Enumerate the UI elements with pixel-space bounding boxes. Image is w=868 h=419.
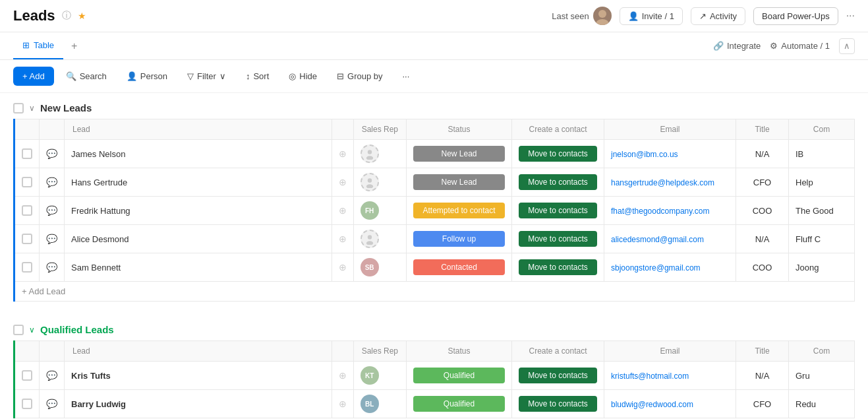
title-value: CFO — [753, 177, 771, 187]
new-leads-table-wrapper: Lead Sales Rep Status Create a contact E… — [0, 119, 868, 302]
email-link[interactable]: kristufts@hotmail.com — [611, 371, 689, 381]
star-icon[interactable]: ★ — [78, 11, 86, 21]
status-badge[interactable]: Qualified — [413, 368, 505, 383]
th-ql-create-contact: Create a contact — [512, 341, 604, 362]
th-icon — [40, 119, 65, 140]
th-ql-company: Com — [789, 341, 855, 362]
header-left: Leads ⓘ ★ — [13, 7, 86, 24]
company-value: The Good — [796, 206, 834, 216]
status-badge[interactable]: New Lead — [413, 146, 505, 162]
new-leads-title: New Leads — [40, 102, 92, 113]
table-row: 💬 Kris Tufts ⊕ KT Qualified Move to cont… — [14, 362, 855, 390]
th-ql-email: Email — [604, 341, 736, 362]
status-badge[interactable]: Contacted — [413, 259, 505, 275]
move-to-contacts-button[interactable]: Move to contacts — [519, 146, 597, 162]
new-leads-chevron-icon[interactable]: ∨ — [29, 104, 35, 113]
qualified-leads-group-checkbox[interactable] — [13, 325, 24, 335]
move-to-contacts-button[interactable]: Move to contacts — [519, 259, 597, 275]
info-icon[interactable]: ⓘ — [62, 10, 71, 22]
automate-icon: ⚙ — [770, 41, 778, 51]
row-checkbox[interactable] — [22, 205, 32, 216]
row-add-icon[interactable]: ⊕ — [339, 148, 347, 159]
lead-name: Hans Gertrude — [71, 177, 127, 187]
filter-button[interactable]: ▽ Filter ∨ — [179, 67, 234, 85]
automate-button[interactable]: ⚙ Automate / 1 — [770, 41, 830, 51]
email-link[interactable]: hansgertrude@helpdesk.com — [611, 178, 714, 187]
row-add-icon[interactable]: ⊕ — [339, 205, 347, 216]
activity-button[interactable]: ↗ Activity — [691, 7, 745, 25]
svg-point-2 — [367, 150, 371, 154]
svg-point-0 — [598, 10, 606, 18]
status-badge[interactable]: Follow up — [413, 231, 505, 247]
page-title: Leads — [13, 7, 55, 24]
add-button[interactable]: + Add — [13, 67, 54, 86]
hide-button[interactable]: ◎ Hide — [281, 67, 325, 85]
more-options-button[interactable]: ··· — [395, 67, 418, 85]
search-button[interactable]: 🔍 Search — [58, 67, 115, 85]
board-power-button[interactable]: Board Power-Ups — [753, 7, 838, 25]
add-tab-button[interactable]: + — [66, 35, 82, 57]
row-comment-icon[interactable]: 💬 — [46, 205, 57, 216]
add-lead-button[interactable]: + Add Lead — [22, 286, 65, 296]
tab-bar-left: ⊞ Table + — [13, 32, 82, 59]
th-ql-lead: Lead — [65, 341, 332, 362]
move-to-contacts-button[interactable]: Move to contacts — [519, 396, 597, 412]
th-ql-icon2 — [332, 341, 353, 362]
th-ql-checkbox — [14, 341, 40, 362]
row-comment-icon[interactable]: 💬 — [46, 370, 57, 381]
tab-bar: ⊞ Table + 🔗 Integrate ⚙ Automate / 1 ∧ — [0, 32, 868, 60]
row-add-icon[interactable]: ⊕ — [339, 234, 347, 244]
header-more-icon[interactable]: ··· — [846, 10, 855, 22]
filter-chevron-icon: ∨ — [219, 71, 226, 81]
table-row: 💬 Alice Desmond ⊕ Follow up Move to cont… — [14, 225, 855, 253]
sort-button[interactable]: ↕ Sort — [238, 67, 277, 85]
integrate-button[interactable]: 🔗 Integrate — [713, 41, 761, 51]
last-seen: Last seen — [552, 7, 611, 25]
new-leads-group-checkbox[interactable] — [13, 103, 24, 113]
qualified-leads-group: ∨ Qualified Leads Lead Sales Rep Status … — [0, 315, 868, 418]
row-comment-icon[interactable]: 💬 — [46, 399, 57, 409]
email-link[interactable]: fhat@thegoodcompany.com — [611, 207, 709, 216]
row-checkbox[interactable] — [22, 177, 32, 187]
row-add-icon[interactable]: ⊕ — [339, 177, 347, 187]
move-to-contacts-button[interactable]: Move to contacts — [519, 203, 597, 218]
new-leads-group: ∨ New Leads Lead Sales Rep Status Create… — [0, 93, 868, 302]
sort-icon: ↕ — [246, 71, 250, 81]
row-comment-icon[interactable]: 💬 — [46, 234, 57, 244]
status-badge[interactable]: Qualified — [413, 396, 505, 412]
svg-point-3 — [366, 156, 372, 160]
status-badge[interactable]: Attempted to contact — [413, 203, 505, 218]
row-checkbox[interactable] — [22, 148, 32, 159]
title-value: COO — [753, 263, 772, 273]
qualified-leads-chevron-icon[interactable]: ∨ — [29, 325, 35, 335]
qualified-leads-table: Lead Sales Rep Status Create a contact E… — [13, 340, 855, 418]
status-badge[interactable]: New Lead — [413, 174, 505, 190]
group-by-button[interactable]: ⊟ Group by — [329, 67, 390, 85]
email-link[interactable]: jnelson@ibm.co.us — [611, 150, 678, 159]
th-company: Com — [789, 119, 855, 140]
email-link[interactable]: bludwig@redwood.com — [611, 400, 693, 409]
row-checkbox[interactable] — [22, 234, 32, 244]
th-ql-icon — [40, 341, 65, 362]
collapse-button[interactable]: ∧ — [839, 38, 855, 54]
table-row: 💬 Sam Bennett ⊕ SB Contacted Move to con… — [14, 253, 855, 282]
email-link[interactable]: sbjoongstore@gmail.com — [611, 263, 701, 273]
person-filter-button[interactable]: 👤 Person — [119, 67, 175, 85]
move-to-contacts-button[interactable]: Move to contacts — [519, 174, 597, 190]
row-add-icon[interactable]: ⊕ — [339, 399, 347, 409]
row-comment-icon[interactable]: 💬 — [46, 148, 57, 159]
row-checkbox[interactable] — [22, 262, 32, 273]
row-checkbox[interactable] — [22, 370, 32, 381]
move-to-contacts-button[interactable]: Move to contacts — [519, 231, 597, 247]
invite-button[interactable]: 👤 Invite / 1 — [620, 7, 683, 25]
tab-table[interactable]: ⊞ Table — [13, 32, 63, 59]
row-add-icon[interactable]: ⊕ — [339, 262, 347, 273]
activity-icon: ↗ — [699, 11, 707, 21]
row-add-icon[interactable]: ⊕ — [339, 370, 347, 381]
row-comment-icon[interactable]: 💬 — [46, 262, 57, 273]
email-link[interactable]: alicedesmond@gmail.com — [611, 235, 704, 244]
row-checkbox[interactable] — [22, 399, 32, 409]
th-ql-sales-rep: Sales Rep — [353, 341, 406, 362]
row-comment-icon[interactable]: 💬 — [46, 177, 57, 187]
move-to-contacts-button[interactable]: Move to contacts — [519, 368, 597, 383]
